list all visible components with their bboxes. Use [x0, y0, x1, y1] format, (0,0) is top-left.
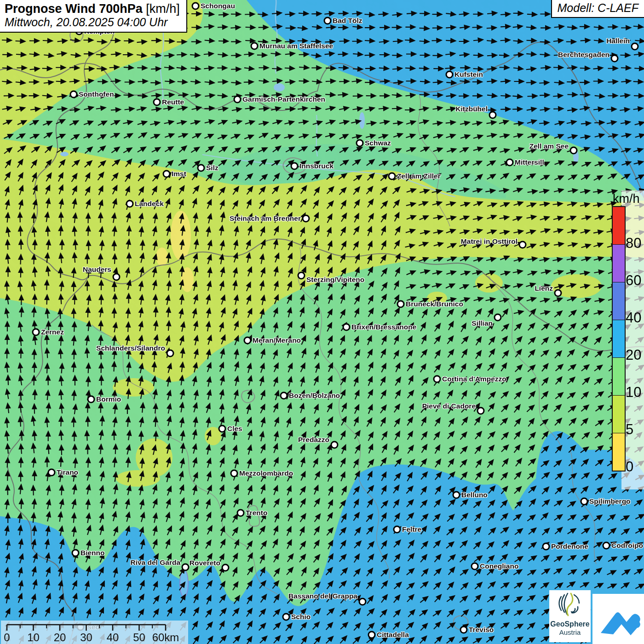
legend-color-segment: [613, 207, 625, 244]
city-dot-icon: [570, 147, 578, 155]
map-title: Prognose Wind 700hPa [km/h]: [5, 2, 180, 16]
city-dot-icon: [182, 564, 190, 571]
city-dot-icon: [494, 314, 502, 322]
city-label: Zernez: [41, 328, 64, 336]
city-label: Berchtesgaden: [558, 51, 610, 59]
city-dot-icon: [542, 543, 550, 551]
legend-tick-label: 20: [626, 347, 641, 363]
city-label: Kitzbühel: [455, 105, 488, 113]
city-label: Rovereto: [190, 559, 220, 567]
city-label: Zell am See: [529, 142, 569, 150]
legend-tick-label: 10: [626, 384, 641, 401]
city-dot-icon: [234, 96, 242, 104]
city-dot-icon: [197, 164, 205, 172]
city-label: Trento: [246, 509, 267, 517]
city-dot-icon: [291, 162, 299, 170]
city-dot-icon: [388, 172, 396, 180]
legend-colorbar: [612, 206, 626, 472]
city-dot-icon: [230, 470, 238, 477]
svg-text:30: 30: [80, 631, 92, 644]
city-label: Kufstein: [454, 70, 483, 79]
city-label: Mittersill: [515, 158, 544, 167]
city-label: Cittadella: [377, 631, 409, 639]
svg-text:10: 10: [27, 631, 40, 644]
city-label: Treviso: [469, 626, 494, 634]
city-dot-icon: [433, 375, 441, 383]
city-dot-icon: [393, 526, 401, 534]
wind-forecast-map: SchongauBad TölzKemptenMurnau am Staffel…: [0, 0, 644, 644]
legend-tick-label: 60: [626, 272, 641, 289]
geosphere-country: Austria: [549, 628, 591, 636]
city-label: Schongau: [201, 2, 235, 10]
city-dot-icon: [192, 2, 200, 10]
legend-tick-label: 40: [626, 310, 641, 326]
city-dot-icon: [302, 215, 310, 223]
city-dot-icon: [282, 613, 290, 621]
city-dot-icon: [397, 300, 405, 308]
svg-text:60km: 60km: [152, 631, 179, 644]
legend-color-segment: [613, 433, 625, 471]
city-label: Cortina d'Ampezzo: [442, 375, 506, 383]
geosphere-fingerprint-icon: [555, 592, 585, 619]
legend-tick-label: 5: [626, 421, 633, 438]
city-dot-icon: [163, 170, 171, 178]
city-dot-icon: [506, 159, 514, 167]
city-label: Zell am Ziller: [397, 172, 441, 180]
city-label: Nauders: [83, 265, 111, 274]
city-label: Landeck: [135, 200, 164, 208]
city-label: Sillian: [472, 319, 493, 328]
city-label: Bassano del Grappa: [288, 592, 357, 600]
map-datetime: Mittwoch, 20.08.2025 04:00 Uhr: [5, 16, 180, 29]
city-dot-icon: [70, 91, 78, 98]
scalebar-ruler: 0102030405060km: [1, 621, 188, 644]
geosphere-logo: GeoSphere Austria: [549, 590, 591, 642]
legend-color-segment: [613, 244, 625, 282]
city-label: Conegliano: [480, 562, 518, 570]
city-dot-icon: [343, 323, 351, 331]
city-label: Riva del Garda: [130, 558, 180, 567]
model-label: Modell: C-LAEF: [551, 0, 644, 18]
city-label: Bruneck/Brunico: [406, 300, 463, 308]
city-dot-icon: [554, 289, 562, 297]
city-dot-icon: [446, 71, 454, 79]
legend-color-segment: [613, 320, 625, 357]
city-dot-icon: [368, 631, 376, 639]
city-dot-icon: [611, 55, 619, 63]
legend-tick-label: 0: [626, 459, 633, 475]
city-dot-icon: [603, 542, 610, 550]
city-label: Codroipo: [611, 541, 643, 550]
city-dot-icon: [87, 396, 95, 403]
city-dot-icon: [489, 111, 497, 119]
legend-unit-label: km/h: [613, 192, 640, 206]
partner-logo: [592, 594, 644, 644]
city-label: Matrei in Osttirol: [461, 237, 518, 246]
city-dot-icon: [218, 425, 226, 433]
city-dot-icon: [113, 273, 121, 281]
city-dot-icon: [471, 563, 479, 570]
city-label: Mezzolombardo: [239, 469, 293, 477]
city-label: Pieve di Cadore: [422, 402, 476, 410]
city-dot-icon: [251, 42, 259, 50]
svg-text:50: 50: [133, 631, 145, 644]
city-label: Silz: [206, 164, 218, 172]
svg-text:20: 20: [54, 631, 66, 644]
svg-text:0: 0: [4, 631, 10, 644]
city-dot-icon: [519, 241, 527, 249]
city-label: Schio: [291, 613, 310, 621]
city-dot-icon: [460, 626, 468, 634]
city-dot-icon: [631, 43, 639, 51]
city-label: Cles: [227, 425, 242, 433]
city-label: Schwaz: [365, 139, 391, 147]
city-label: Murnau am Staffelsee: [259, 42, 333, 50]
title-box: Prognose Wind 700hPa [km/h] Mittwoch, 20…: [0, 0, 187, 33]
city-dot-icon: [359, 598, 367, 606]
city-dot-icon: [331, 441, 339, 449]
legend-color-segment: [613, 395, 625, 433]
city-label: Reutte: [162, 98, 184, 106]
city-label: Bozen/Bolzano: [289, 391, 340, 400]
city-label: Hallein: [606, 37, 630, 45]
city-dot-icon: [167, 350, 174, 357]
svg-text:40: 40: [107, 631, 119, 644]
city-dot-icon: [222, 564, 230, 572]
mountain-cloud-icon: [595, 596, 641, 642]
